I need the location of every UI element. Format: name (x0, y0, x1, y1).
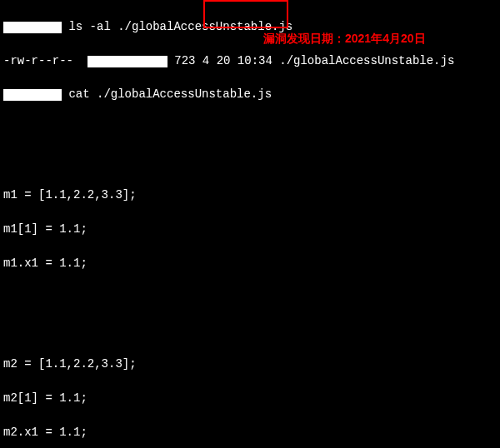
ls-filepath: ./globalAccessUnstable.js (279, 54, 454, 67)
redacted-prompt-1 (3, 22, 62, 33)
redacted-owner (88, 56, 168, 67)
ls-permissions: -rw-r--r-- (3, 54, 73, 67)
code-line: m1[1] = 1.1; (3, 221, 497, 237)
ls-timestamp: 4 20 10:34 (202, 54, 279, 67)
command-ls: ls -al ./globalAccessUnstable.js (68, 20, 292, 33)
redacted-prompt-2 (3, 89, 62, 101)
terminal-output: ls -al ./globalAccessUnstable.js -rw-r--… (0, 0, 500, 448)
code-line: m2[1] = 1.1; (3, 390, 497, 406)
vulnerability-date-annotation: 漏洞发现日期：2021年4月20日 (263, 30, 426, 47)
code-line: m2.x1 = 1.1; (3, 424, 497, 441)
code-line: m1 = [1.1,2.2,3.3]; (3, 187, 497, 203)
ls-size: 723 (168, 54, 202, 67)
code-line: m2 = [1.1,2.2,3.3]; (3, 356, 497, 372)
code-line: m1.x1 = 1.1; (3, 255, 497, 271)
command-cat: cat ./globalAccessUnstable.js (68, 87, 272, 101)
redacted-block-1 (3, 122, 150, 167)
